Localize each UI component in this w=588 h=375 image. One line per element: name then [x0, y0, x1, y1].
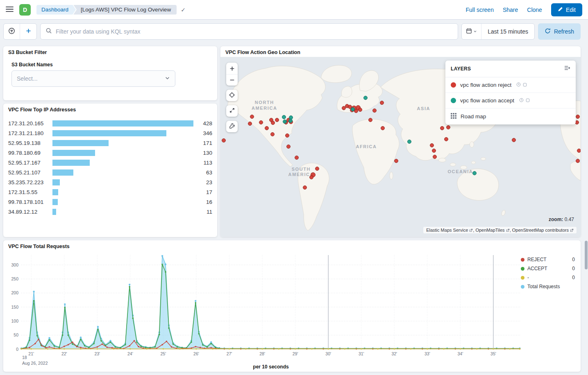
geo-point-reject[interactable] [250, 115, 254, 119]
geo-point-accept[interactable] [351, 107, 355, 111]
svg-text:300: 300 [11, 262, 18, 267]
ts-chart-mount[interactable]: 05010015020025030021'22'23'24'25'26'27'2… [7, 253, 524, 360]
panel-title: VPC Flow Top IP Addresses [3, 104, 217, 114]
ip-bar[interactable] [52, 120, 193, 127]
geo-point-reject[interactable] [433, 155, 437, 159]
ip-bar[interactable] [52, 209, 193, 215]
layers-list: vpc flow action rejectvpc flow action ac… [445, 77, 576, 108]
total-requests-chart[interactable]: 05010015020025030021'22'23'24'25'26'27'2… [7, 253, 524, 358]
geo-point-reject[interactable] [576, 159, 580, 163]
ts-legend: REJECT0ACCEPT0-0Total Requests [521, 255, 575, 291]
s3-bucket-select[interactable]: Select... [11, 70, 175, 87]
ip-bar[interactable] [52, 150, 193, 156]
zoom-in-button[interactable] [226, 63, 238, 74]
date-picker-group: Last 15 minutes [461, 23, 535, 40]
geo-point-reject[interactable] [303, 185, 307, 190]
attribution-link[interactable]: Elastic Maps Service [426, 228, 473, 233]
clock-icon [519, 97, 524, 104]
expand-icon [229, 107, 235, 115]
legend-item[interactable]: ACCEPT0 [521, 264, 575, 273]
geo-point-accept[interactable] [288, 119, 293, 123]
layer-item[interactable]: vpc flow action accept [445, 93, 576, 108]
geo-point-reject[interactable] [432, 149, 436, 153]
legend-item[interactable]: -0 [521, 273, 575, 282]
search-icon [45, 27, 52, 36]
ip-bar[interactable] [52, 179, 193, 185]
geo-point-reject[interactable] [286, 145, 291, 149]
layers-collapse-icon[interactable] [564, 65, 570, 72]
geo-point-reject[interactable] [270, 132, 275, 136]
s3-bucket-filter-panel: S3 Bucket Filter S3 Bucket Names Select.… [3, 46, 217, 100]
legend-item[interactable]: REJECT0 [521, 255, 575, 264]
geo-point-reject[interactable] [381, 126, 385, 130]
geo-point-reject[interactable] [259, 120, 263, 124]
ip-bar[interactable] [52, 130, 193, 136]
attribution-link[interactable]: OpenStreetMap contributors [512, 228, 574, 233]
attribution-link[interactable]: OpenMapTiles [475, 228, 509, 233]
geo-point-reject[interactable] [444, 137, 448, 141]
geo-point-reject[interactable] [512, 138, 516, 142]
layer-item[interactable]: vpc flow action reject [445, 77, 576, 93]
refresh-button[interactable]: Refresh [538, 23, 581, 40]
geo-point-reject[interactable] [394, 159, 398, 163]
geo-point-reject[interactable] [430, 143, 434, 147]
ip-bar[interactable] [52, 140, 193, 146]
date-picker-button[interactable] [462, 24, 481, 39]
geo-point-reject[interactable] [295, 156, 299, 160]
geo-point-reject[interactable] [222, 138, 226, 142]
geo-point-reject[interactable] [285, 133, 289, 138]
geo-point-accept[interactable] [283, 120, 287, 124]
ip-bar[interactable] [52, 169, 193, 176]
saved-query-button[interactable] [4, 24, 20, 39]
geo-point-reject[interactable] [576, 115, 580, 119]
geo-point-accept[interactable] [407, 140, 411, 144]
breadcrumb-dashboard[interactable]: Dashboard [36, 5, 76, 15]
ip-address-label: 35.235.72.223 [8, 179, 52, 185]
menu-button[interactable] [6, 6, 14, 14]
geo-point-reject[interactable] [275, 118, 279, 122]
ip-bar[interactable] [52, 199, 193, 205]
time-range-button[interactable]: Last 15 minutes [481, 28, 534, 35]
geo-point-accept[interactable] [282, 115, 286, 119]
geo-point-reject[interactable] [368, 118, 372, 122]
geo-point-reject[interactable] [380, 101, 384, 105]
geo-point-accept[interactable] [363, 96, 368, 100]
geo-point-reject[interactable] [315, 167, 319, 171]
svg-text:24': 24' [127, 351, 133, 356]
legend-item[interactable]: Total Requests [521, 282, 575, 291]
set-view-button[interactable] [226, 90, 238, 101]
geo-point-reject[interactable] [577, 149, 581, 153]
fit-to-data-button[interactable] [226, 105, 238, 117]
zoom-out-button[interactable] [226, 74, 238, 86]
basemap-label: Road map [461, 113, 486, 120]
add-filter-button[interactable] [20, 24, 36, 39]
geo-point-reject[interactable] [265, 126, 269, 130]
map-tools-button[interactable] [226, 121, 238, 132]
geo-point-accept[interactable] [472, 171, 477, 175]
layer-mini-icons [516, 82, 527, 88]
geo-point-reject[interactable] [248, 122, 252, 126]
ip-row: 99.78.180.69130 [8, 148, 212, 158]
full-screen-link[interactable]: Full screen [465, 7, 493, 13]
page-scrollbar[interactable] [585, 241, 588, 269]
geo-point-reject[interactable] [309, 175, 313, 179]
clone-link[interactable]: Clone [527, 7, 542, 13]
edit-button[interactable]: Edit [551, 3, 582, 16]
kql-input[interactable] [56, 28, 453, 35]
share-link[interactable]: Share [503, 7, 518, 13]
world-map[interactable]: NORTHAMERICASOUTHAMERICAAFRICAASIAOCEANI… [220, 57, 581, 237]
space-avatar[interactable]: D [19, 4, 31, 16]
geo-point-reject[interactable] [271, 121, 275, 125]
ip-bar[interactable] [52, 160, 193, 166]
breadcrumb-current[interactable]: [Logs AWS] VPC Flow Log Overview [73, 5, 177, 15]
geo-point-reject[interactable] [372, 108, 377, 113]
layer-item-basemap[interactable]: Road map [445, 108, 576, 124]
geo-point-reject[interactable] [446, 125, 450, 129]
geo-point-reject[interactable] [440, 126, 444, 130]
svg-text:26': 26' [193, 351, 199, 356]
geo-point-reject[interactable] [358, 108, 362, 112]
clock-icon [516, 82, 521, 88]
svg-text:250: 250 [11, 276, 18, 281]
layer-label: vpc flow action reject [460, 82, 511, 88]
ip-bar[interactable] [52, 189, 193, 195]
